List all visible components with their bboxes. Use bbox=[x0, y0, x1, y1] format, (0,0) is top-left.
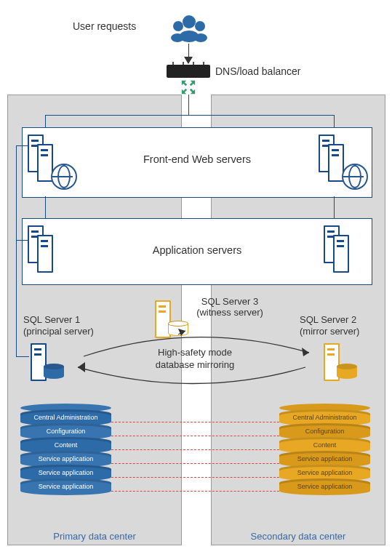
replication-line bbox=[111, 436, 279, 436]
app-tier-box: Application servers bbox=[22, 218, 372, 285]
arrow-down-icon bbox=[184, 57, 193, 64]
mirroring-l1: High-safety mode bbox=[133, 347, 257, 358]
svg-point-5 bbox=[194, 33, 207, 42]
router-icon bbox=[167, 65, 210, 78]
db-stack-secondary: Central Administration Configuration Con… bbox=[279, 404, 370, 495]
replication-line bbox=[111, 491, 279, 492]
users-icon bbox=[169, 13, 209, 44]
connector bbox=[16, 145, 29, 146]
primary-dc-label: Primary data center bbox=[8, 531, 181, 542]
dns-lb-label: DNS/load balancer bbox=[215, 65, 301, 77]
diagram-container: User requests DNS/load balancer Primary … bbox=[0, 0, 392, 549]
mirroring-l2: database mirroring bbox=[133, 359, 257, 370]
sql2-title: SQL Server 2 bbox=[300, 314, 356, 325]
db-layer: Service application bbox=[20, 478, 111, 495]
svg-point-1 bbox=[173, 21, 183, 31]
db-stack-primary: Central Administration Configuration Con… bbox=[20, 404, 111, 495]
app-tier-label: Application servers bbox=[23, 244, 372, 256]
connector bbox=[188, 95, 189, 115]
svg-marker-8 bbox=[78, 362, 85, 372]
secondary-dc-label: Secondary data center bbox=[212, 531, 385, 542]
replication-line bbox=[111, 463, 279, 464]
replication-line bbox=[111, 422, 279, 422]
svg-point-0 bbox=[183, 15, 196, 28]
connector bbox=[16, 145, 17, 356]
svg-marker-9 bbox=[178, 329, 185, 336]
svg-point-2 bbox=[195, 21, 205, 31]
sql3-title: SQL Server 3 bbox=[186, 296, 273, 307]
svg-point-4 bbox=[171, 33, 184, 42]
db-layer: Service application bbox=[279, 478, 370, 495]
sql1-title: SQL Server 1 bbox=[23, 314, 80, 325]
connector bbox=[16, 356, 29, 357]
replication-line bbox=[111, 477, 279, 478]
connector bbox=[16, 240, 29, 241]
connector bbox=[45, 115, 335, 116]
svg-marker-6 bbox=[184, 57, 193, 64]
sql3-sub: (witness server) bbox=[186, 307, 273, 318]
svg-marker-7 bbox=[302, 348, 309, 356]
replication-line bbox=[111, 449, 279, 450]
expand-arrows-icon bbox=[180, 79, 196, 95]
user-requests-label: User requests bbox=[73, 20, 136, 32]
